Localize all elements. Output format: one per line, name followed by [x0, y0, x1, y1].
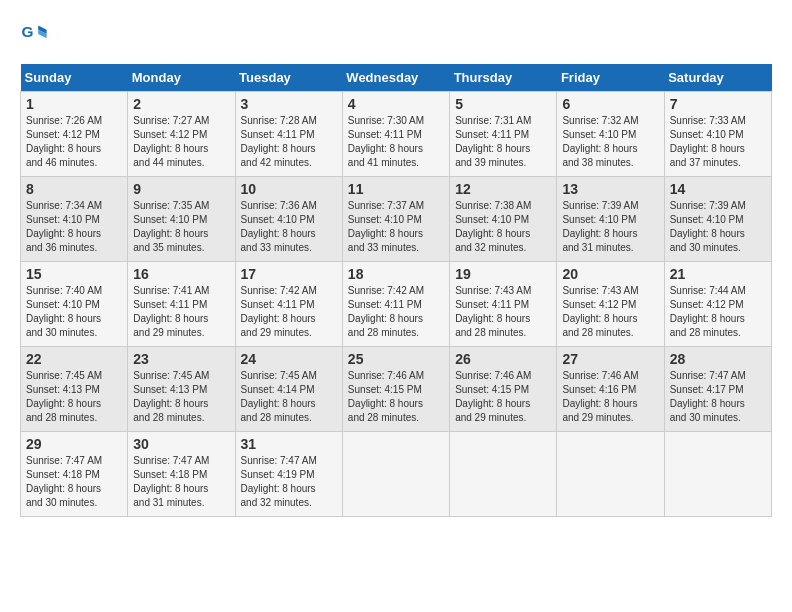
day-cell: 26Sunrise: 7:46 AMSunset: 4:15 PMDayligh…: [450, 347, 557, 432]
week-row-5: 29Sunrise: 7:47 AMSunset: 4:18 PMDayligh…: [21, 432, 772, 517]
day-cell: 28Sunrise: 7:47 AMSunset: 4:17 PMDayligh…: [664, 347, 771, 432]
calendar-table: SundayMondayTuesdayWednesdayThursdayFrid…: [20, 64, 772, 517]
day-detail: Sunrise: 7:38 AMSunset: 4:10 PMDaylight:…: [455, 200, 531, 253]
day-cell: 11Sunrise: 7:37 AMSunset: 4:10 PMDayligh…: [342, 177, 449, 262]
week-row-2: 8Sunrise: 7:34 AMSunset: 4:10 PMDaylight…: [21, 177, 772, 262]
day-cell: [664, 432, 771, 517]
day-cell: 7Sunrise: 7:33 AMSunset: 4:10 PMDaylight…: [664, 92, 771, 177]
day-cell: [342, 432, 449, 517]
week-row-3: 15Sunrise: 7:40 AMSunset: 4:10 PMDayligh…: [21, 262, 772, 347]
header-sunday: Sunday: [21, 64, 128, 92]
header-saturday: Saturday: [664, 64, 771, 92]
day-detail: Sunrise: 7:39 AMSunset: 4:10 PMDaylight:…: [562, 200, 638, 253]
day-number: 21: [670, 266, 766, 282]
day-number: 24: [241, 351, 337, 367]
day-cell: 12Sunrise: 7:38 AMSunset: 4:10 PMDayligh…: [450, 177, 557, 262]
day-number: 13: [562, 181, 658, 197]
day-number: 11: [348, 181, 444, 197]
day-detail: Sunrise: 7:34 AMSunset: 4:10 PMDaylight:…: [26, 200, 102, 253]
day-detail: Sunrise: 7:39 AMSunset: 4:10 PMDaylight:…: [670, 200, 746, 253]
day-detail: Sunrise: 7:33 AMSunset: 4:10 PMDaylight:…: [670, 115, 746, 168]
day-detail: Sunrise: 7:41 AMSunset: 4:11 PMDaylight:…: [133, 285, 209, 338]
day-cell: 3Sunrise: 7:28 AMSunset: 4:11 PMDaylight…: [235, 92, 342, 177]
day-detail: Sunrise: 7:37 AMSunset: 4:10 PMDaylight:…: [348, 200, 424, 253]
day-number: 8: [26, 181, 122, 197]
day-cell: 27Sunrise: 7:46 AMSunset: 4:16 PMDayligh…: [557, 347, 664, 432]
day-detail: Sunrise: 7:28 AMSunset: 4:11 PMDaylight:…: [241, 115, 317, 168]
day-detail: Sunrise: 7:31 AMSunset: 4:11 PMDaylight:…: [455, 115, 531, 168]
day-detail: Sunrise: 7:43 AMSunset: 4:11 PMDaylight:…: [455, 285, 531, 338]
day-number: 3: [241, 96, 337, 112]
day-cell: 25Sunrise: 7:46 AMSunset: 4:15 PMDayligh…: [342, 347, 449, 432]
header-monday: Monday: [128, 64, 235, 92]
day-cell: 29Sunrise: 7:47 AMSunset: 4:18 PMDayligh…: [21, 432, 128, 517]
header-thursday: Thursday: [450, 64, 557, 92]
day-cell: 23Sunrise: 7:45 AMSunset: 4:13 PMDayligh…: [128, 347, 235, 432]
day-detail: Sunrise: 7:47 AMSunset: 4:17 PMDaylight:…: [670, 370, 746, 423]
day-detail: Sunrise: 7:36 AMSunset: 4:10 PMDaylight:…: [241, 200, 317, 253]
day-number: 4: [348, 96, 444, 112]
day-cell: 10Sunrise: 7:36 AMSunset: 4:10 PMDayligh…: [235, 177, 342, 262]
day-number: 30: [133, 436, 229, 452]
day-cell: [557, 432, 664, 517]
day-cell: 9Sunrise: 7:35 AMSunset: 4:10 PMDaylight…: [128, 177, 235, 262]
header-wednesday: Wednesday: [342, 64, 449, 92]
day-detail: Sunrise: 7:42 AMSunset: 4:11 PMDaylight:…: [348, 285, 424, 338]
day-detail: Sunrise: 7:46 AMSunset: 4:15 PMDaylight:…: [455, 370, 531, 423]
day-number: 10: [241, 181, 337, 197]
day-detail: Sunrise: 7:46 AMSunset: 4:16 PMDaylight:…: [562, 370, 638, 423]
logo-icon: G: [20, 20, 48, 48]
day-cell: 17Sunrise: 7:42 AMSunset: 4:11 PMDayligh…: [235, 262, 342, 347]
day-cell: 15Sunrise: 7:40 AMSunset: 4:10 PMDayligh…: [21, 262, 128, 347]
day-number: 18: [348, 266, 444, 282]
day-cell: 20Sunrise: 7:43 AMSunset: 4:12 PMDayligh…: [557, 262, 664, 347]
week-row-1: 1Sunrise: 7:26 AMSunset: 4:12 PMDaylight…: [21, 92, 772, 177]
page-header: G: [20, 20, 772, 48]
day-number: 19: [455, 266, 551, 282]
header-friday: Friday: [557, 64, 664, 92]
day-number: 7: [670, 96, 766, 112]
day-detail: Sunrise: 7:45 AMSunset: 4:13 PMDaylight:…: [133, 370, 209, 423]
day-detail: Sunrise: 7:26 AMSunset: 4:12 PMDaylight:…: [26, 115, 102, 168]
day-number: 2: [133, 96, 229, 112]
day-cell: 13Sunrise: 7:39 AMSunset: 4:10 PMDayligh…: [557, 177, 664, 262]
day-cell: 31Sunrise: 7:47 AMSunset: 4:19 PMDayligh…: [235, 432, 342, 517]
day-cell: 24Sunrise: 7:45 AMSunset: 4:14 PMDayligh…: [235, 347, 342, 432]
day-cell: 5Sunrise: 7:31 AMSunset: 4:11 PMDaylight…: [450, 92, 557, 177]
day-number: 26: [455, 351, 551, 367]
day-cell: 18Sunrise: 7:42 AMSunset: 4:11 PMDayligh…: [342, 262, 449, 347]
day-number: 31: [241, 436, 337, 452]
header-tuesday: Tuesday: [235, 64, 342, 92]
day-cell: 19Sunrise: 7:43 AMSunset: 4:11 PMDayligh…: [450, 262, 557, 347]
day-detail: Sunrise: 7:40 AMSunset: 4:10 PMDaylight:…: [26, 285, 102, 338]
day-cell: 21Sunrise: 7:44 AMSunset: 4:12 PMDayligh…: [664, 262, 771, 347]
day-cell: 16Sunrise: 7:41 AMSunset: 4:11 PMDayligh…: [128, 262, 235, 347]
day-cell: 4Sunrise: 7:30 AMSunset: 4:11 PMDaylight…: [342, 92, 449, 177]
day-number: 12: [455, 181, 551, 197]
day-number: 17: [241, 266, 337, 282]
day-number: 15: [26, 266, 122, 282]
day-detail: Sunrise: 7:45 AMSunset: 4:14 PMDaylight:…: [241, 370, 317, 423]
day-number: 20: [562, 266, 658, 282]
day-number: 1: [26, 96, 122, 112]
day-detail: Sunrise: 7:43 AMSunset: 4:12 PMDaylight:…: [562, 285, 638, 338]
day-number: 14: [670, 181, 766, 197]
day-detail: Sunrise: 7:44 AMSunset: 4:12 PMDaylight:…: [670, 285, 746, 338]
day-number: 22: [26, 351, 122, 367]
logo: G: [20, 20, 52, 48]
day-cell: [450, 432, 557, 517]
day-detail: Sunrise: 7:32 AMSunset: 4:10 PMDaylight:…: [562, 115, 638, 168]
svg-text:G: G: [21, 23, 33, 40]
day-number: 16: [133, 266, 229, 282]
day-detail: Sunrise: 7:42 AMSunset: 4:11 PMDaylight:…: [241, 285, 317, 338]
day-detail: Sunrise: 7:47 AMSunset: 4:18 PMDaylight:…: [133, 455, 209, 508]
day-cell: 1Sunrise: 7:26 AMSunset: 4:12 PMDaylight…: [21, 92, 128, 177]
day-cell: 6Sunrise: 7:32 AMSunset: 4:10 PMDaylight…: [557, 92, 664, 177]
day-detail: Sunrise: 7:47 AMSunset: 4:19 PMDaylight:…: [241, 455, 317, 508]
week-row-4: 22Sunrise: 7:45 AMSunset: 4:13 PMDayligh…: [21, 347, 772, 432]
day-cell: 2Sunrise: 7:27 AMSunset: 4:12 PMDaylight…: [128, 92, 235, 177]
day-detail: Sunrise: 7:46 AMSunset: 4:15 PMDaylight:…: [348, 370, 424, 423]
day-cell: 8Sunrise: 7:34 AMSunset: 4:10 PMDaylight…: [21, 177, 128, 262]
day-number: 27: [562, 351, 658, 367]
day-number: 6: [562, 96, 658, 112]
